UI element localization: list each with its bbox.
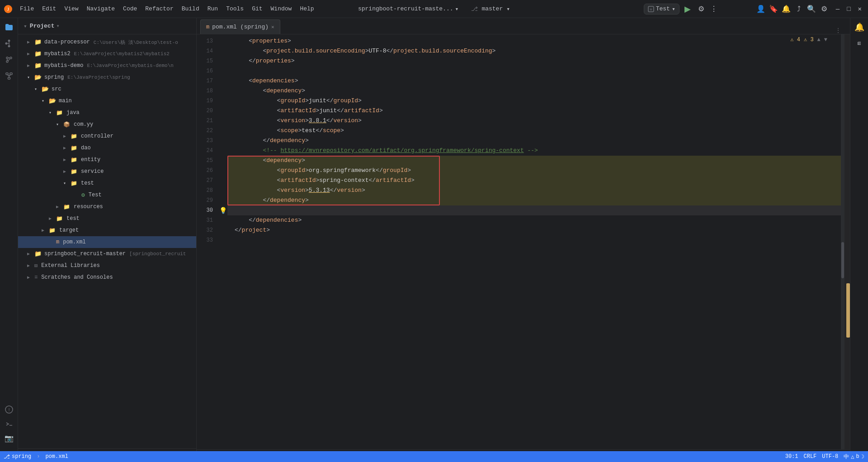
maximize-button[interactable]: □ <box>844 5 853 13</box>
status-sep: › <box>37 453 40 460</box>
tree-label: Scratches and Consoles <box>41 274 113 281</box>
branch-chevron-icon: ▾ <box>506 5 510 13</box>
menu-navigate[interactable]: Navigate <box>83 4 118 14</box>
minimize-button[interactable]: — <box>833 5 842 13</box>
sidebar-icon-problems[interactable]: ! <box>2 402 16 417</box>
settings-icon-button[interactable]: ⚙ <box>819 4 830 14</box>
tab-more-icon[interactable]: ⋮ <box>835 27 841 34</box>
sidebar-right-notifications[interactable]: 🔔 <box>852 20 867 34</box>
menu-git[interactable]: Git <box>248 4 266 14</box>
ln-22: 22 <box>197 126 213 136</box>
project-panel-header[interactable]: ▾ Project ▾ <box>18 18 196 34</box>
tree-item-controller[interactable]: ▶ 📁 controller <box>18 130 196 142</box>
share-button[interactable]: ⤴ <box>793 4 804 14</box>
sidebar-icon-vcs[interactable] <box>2 36 16 51</box>
tree-item-test-folder[interactable]: ▾ 📁 test <box>18 177 196 189</box>
menu-view[interactable]: View <box>61 4 82 14</box>
tree-item-ext-libs[interactable]: ▶ ⊞ External Libraries <box>18 260 196 271</box>
menu-window[interactable]: Window <box>267 4 296 14</box>
code-line-33 <box>227 235 850 245</box>
tree-path: [springboot_recruit <box>129 251 186 257</box>
menu-edit[interactable]: Edit <box>38 4 60 14</box>
tree-chevron-icon: ▶ <box>56 204 61 210</box>
tree-item-java[interactable]: ▾ 📁 java <box>18 107 196 119</box>
sidebar-icon-camera[interactable]: 📷 <box>2 431 16 446</box>
tree-item-springboot[interactable]: ▶ 📁 springboot_recruit-master [springboo… <box>18 248 196 260</box>
sidebar-icon-folder[interactable] <box>2 20 16 34</box>
menu-run[interactable]: Run <box>204 4 222 14</box>
tree-item-service[interactable]: ▶ 📁 service <box>18 166 196 177</box>
ln-19: 19 <box>197 96 213 106</box>
xml-bracket-close: > <box>305 116 309 126</box>
tree-item-dao[interactable]: ▶ 📁 dao <box>18 142 196 154</box>
tab-pom-xml[interactable]: m pom.xml (spring) ✕ <box>200 19 280 34</box>
xml-bracket-close: > <box>288 36 291 46</box>
profile-button[interactable]: 👤 <box>755 4 766 14</box>
status-icon-b[interactable]: b <box>856 453 859 460</box>
status-position[interactable]: 30:1 <box>785 453 798 460</box>
status-encoding[interactable]: UTF-8 <box>822 453 838 460</box>
tree-label: mybatis2 <box>44 51 71 57</box>
branch-selector[interactable]: ⎇ master ▾ <box>467 4 514 14</box>
menu-file[interactable]: File <box>16 4 38 14</box>
tree-item-scratches[interactable]: ▶ ≡ Scratches and Consoles <box>18 271 196 283</box>
run-config[interactable]: m Test ▾ <box>644 4 679 14</box>
tree-item-main[interactable]: ▾ 📂 main <box>18 95 196 107</box>
tree-item-entity[interactable]: ▶ 📁 entity <box>18 154 196 166</box>
tree-item-spring[interactable]: ▾ 📂 spring E:\JavaProject\spring <box>18 71 196 83</box>
code-line-31: </dependencies> <box>227 215 850 225</box>
ln-32: 32 <box>197 225 213 235</box>
tree-item-resources[interactable]: ▶ 📁 resources <box>18 201 196 213</box>
project-panel: ▾ Project ▾ ▶ 📁 data-processor C:\Users\… <box>18 18 197 462</box>
xml-bracket-close: > <box>305 136 309 146</box>
svg-rect-15 <box>6 73 8 75</box>
status-icon-zh[interactable]: 中 <box>844 453 849 461</box>
tab-close-button[interactable]: ✕ <box>271 24 274 30</box>
xml-file-icon: m <box>56 239 59 245</box>
menu-tools[interactable]: Tools <box>222 4 247 14</box>
package-icon: 📁 <box>71 133 77 140</box>
scratches-icon: ≡ <box>34 274 38 281</box>
menu-build[interactable]: Build <box>178 4 203 14</box>
status-file-label: pom.xml <box>45 453 68 460</box>
tree-item-mybatis2[interactable]: ▶ 📁 mybatis2 E:\JavaProject\mybatis2\myb… <box>18 48 196 60</box>
run-button[interactable]: ▶ <box>681 3 694 15</box>
status-line-ending[interactable]: CRLF <box>804 453 817 460</box>
ln-30: 30 <box>197 205 213 215</box>
tree-item-test-java[interactable]: ⚙ Test <box>18 189 196 201</box>
status-icon-moon[interactable]: ☽ <box>861 453 864 460</box>
tree-item-test-src[interactable]: ▶ 📁 test <box>18 213 196 224</box>
menu-code[interactable]: Code <box>119 4 141 14</box>
tree-item-pom-xml[interactable]: m pom.xml <box>18 236 196 248</box>
svg-line-14 <box>8 59 10 61</box>
tree-item-com-yy[interactable]: ▾ 📦 com.yy <box>18 119 196 130</box>
tree-label: service <box>81 168 104 175</box>
sidebar-icon-git[interactable] <box>2 52 16 67</box>
menu-refactor[interactable]: Refactor <box>142 4 177 14</box>
tree-item-data-processor[interactable]: ▶ 📁 data-processor C:\Users\杨 淡\Desktop\… <box>18 36 196 48</box>
editor-wrapper[interactable]: <properties> <project.build.sourceEncodi… <box>227 34 850 449</box>
settings-button[interactable]: ⚙ <box>696 4 707 14</box>
xml-bracket-close: > <box>305 195 309 205</box>
notification-button[interactable]: 🔔 <box>781 4 792 14</box>
menu-help[interactable]: Help <box>296 4 317 14</box>
status-file[interactable]: pom.xml <box>45 453 68 460</box>
project-selector[interactable]: springboot-recruit-maste... ▾ <box>354 4 462 14</box>
close-button[interactable]: ✕ <box>855 5 864 13</box>
status-icon-triangle[interactable]: △ <box>851 453 854 460</box>
tree-chevron-icon: ▾ <box>56 122 61 127</box>
status-branch[interactable]: ⎇ spring <box>4 453 31 460</box>
code-area[interactable]: <properties> <project.build.sourceEncodi… <box>227 34 850 247</box>
bookmark-button[interactable]: 🔖 <box>768 4 779 14</box>
tree-item-target[interactable]: ▶ 📁 target <box>18 224 196 236</box>
gutter-line-15 <box>218 56 227 66</box>
tree-item-src[interactable]: ▾ 📂 src <box>18 83 196 95</box>
more-button[interactable]: ⋮ <box>708 4 719 14</box>
tree-path: E:\JavaProject\spring <box>67 75 130 80</box>
scrollbar-thumb[interactable] <box>841 242 844 278</box>
sidebar-icon-terminal[interactable] <box>2 417 16 431</box>
search-button[interactable]: 🔍 <box>806 4 817 14</box>
minimap-scrollbar[interactable] <box>844 34 850 449</box>
tree-item-mybatis-demo[interactable]: ▶ 📁 mybatis-demo E:\JavaProject\mybatis-… <box>18 60 196 71</box>
sidebar-icon-structure[interactable] <box>2 69 16 83</box>
